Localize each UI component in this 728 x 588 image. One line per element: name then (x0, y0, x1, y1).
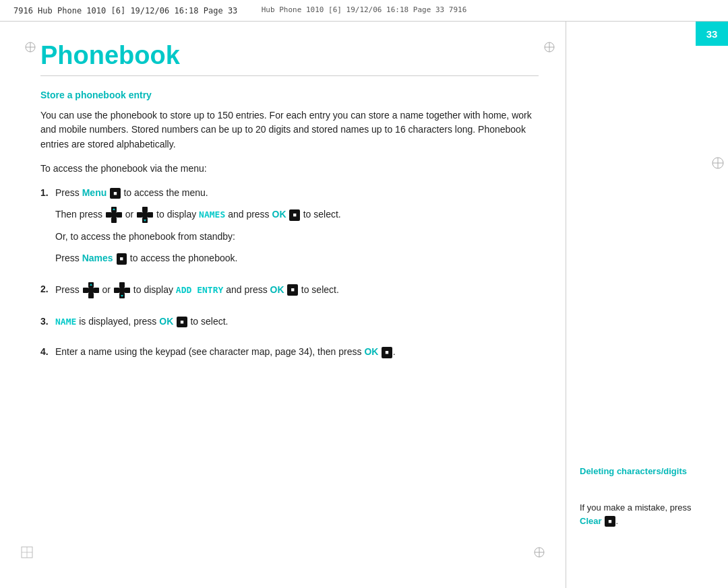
step-content: NAME is displayed, press OK ■ to select. (55, 315, 539, 336)
name-display: NAME (55, 317, 76, 327)
dpad-up-icon-2 (83, 282, 99, 298)
svg-rect-8 (142, 212, 148, 218)
dpad-down-icon (137, 207, 153, 223)
step1-sub1: Then press or (55, 207, 539, 223)
ok-label-3: OK (159, 316, 173, 327)
header-center-text: Hub Phone 1010 [6] 19/12/06 16:18 Page 3… (262, 5, 467, 14)
step1-main: Press Menu ■ to access the menu. (55, 186, 539, 201)
reg-mark-bottom-left (20, 546, 34, 561)
title-divider (40, 75, 539, 76)
menu-button-icon: ■ (110, 188, 120, 199)
page-title: Phonebook (40, 42, 539, 70)
sidebar-body: If you make a mistake, press Clear ■. (580, 501, 715, 527)
ok-button-icon-3: ■ (177, 317, 187, 328)
list-item: 2. Press (40, 282, 539, 305)
list-item: 4. Enter a name using the keypad (see ch… (40, 345, 539, 366)
list-item: 3. NAME is displayed, press OK ■ to sele… (40, 315, 539, 336)
step-content: Press or (55, 282, 539, 305)
svg-rect-9 (148, 212, 153, 218)
ok-label-4: OK (364, 346, 378, 357)
dpad-down-icon-2 (114, 282, 130, 298)
reg-mark-top-center (543, 40, 556, 56)
sidebar: Deleting characters/digits If you make a… (566, 22, 728, 588)
add-entry-display: ADD ENTRY (176, 284, 223, 294)
names-button-icon: ■ (117, 253, 127, 265)
step2-main: Press or (55, 282, 539, 298)
content-area: Phonebook Store a phonebook entry You ca… (0, 22, 566, 588)
menu-label: Menu (82, 187, 107, 198)
step4-main: Enter a name using the keypad (see chara… (55, 345, 539, 360)
svg-rect-6 (142, 207, 148, 212)
header-left-text: 7916 Hub Phone 1010 [6] 19/12/06 16:18 P… (13, 6, 237, 15)
svg-rect-20 (119, 288, 125, 293)
step-content: Enter a name using the keypad (see chara… (55, 345, 539, 366)
svg-rect-3 (117, 212, 122, 218)
svg-rect-4 (111, 218, 117, 223)
reg-mark-top-left (24, 40, 37, 56)
steps-list: 1. Press Menu ■ to access the menu. Then… (40, 186, 539, 366)
sidebar-heading: Deleting characters/digits (580, 466, 715, 476)
ok-button-icon-1: ■ (289, 209, 299, 221)
step-number: 4. (40, 345, 55, 360)
clear-button-icon: ■ (605, 516, 615, 527)
svg-rect-7 (137, 212, 142, 218)
svg-rect-19 (114, 288, 119, 293)
access-text: To access the phonebook via the menu: (40, 162, 539, 176)
ok-label-2: OK (270, 284, 284, 294)
svg-rect-21 (125, 288, 130, 293)
main-layout: Phonebook Store a phonebook entry You ca… (0, 22, 728, 588)
svg-rect-18 (119, 282, 125, 288)
ok-button-icon-4: ■ (382, 347, 392, 358)
step-number: 2. (40, 282, 55, 297)
svg-rect-14 (88, 288, 94, 293)
names-btn-label: Names (82, 253, 113, 263)
step-number: 1. (40, 186, 55, 201)
svg-rect-2 (111, 212, 117, 218)
svg-rect-16 (88, 293, 94, 298)
step1-sub2: Or, to access the phonebook from standby… (55, 230, 539, 244)
section-heading: Store a phonebook entry (40, 90, 539, 100)
reg-mark-bottom-center (533, 546, 546, 561)
step-content: Press Menu ■ to access the menu. Then pr… (55, 186, 539, 273)
svg-rect-13 (83, 288, 88, 293)
step-number: 3. (40, 315, 55, 329)
ok-button-icon-2: ■ (287, 284, 297, 296)
names-display: NAMES (199, 209, 225, 220)
svg-rect-1 (106, 212, 111, 218)
list-item: 1. Press Menu ■ to access the menu. Then… (40, 186, 539, 273)
intro-paragraph: You can use the phonebook to store up to… (40, 108, 539, 152)
step3-main: NAME is displayed, press OK ■ to select. (55, 315, 539, 329)
dpad-up-icon (106, 207, 122, 223)
reg-mark-right-top (711, 156, 725, 172)
svg-rect-15 (94, 288, 99, 293)
clear-label: Clear (580, 516, 602, 526)
step1-sub3: Press Names ■ to access the phonebook. (55, 251, 539, 266)
ok-label-1: OK (272, 209, 286, 220)
